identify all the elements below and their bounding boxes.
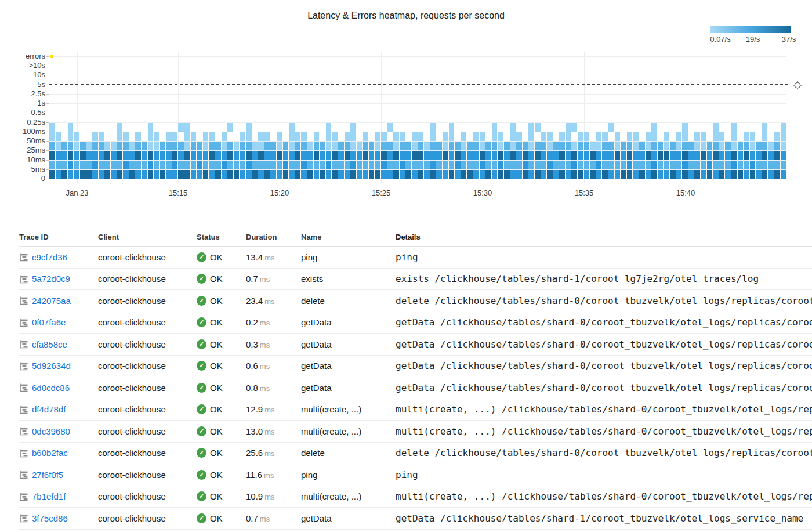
- heatmap-cell[interactable]: [670, 151, 676, 160]
- heatmap-cell[interactable]: [639, 142, 645, 150]
- heatmap-cell[interactable]: [443, 161, 448, 169]
- heatmap-cell[interactable]: [166, 161, 172, 169]
- heatmap-cell[interactable]: [510, 170, 516, 179]
- heatmap-cell[interactable]: [222, 132, 227, 141]
- heatmap-cell[interactable]: [289, 161, 295, 169]
- heatmap-cell[interactable]: [129, 170, 135, 179]
- heatmap-cell[interactable]: [283, 142, 289, 150]
- heatmap-cell[interactable]: [455, 151, 461, 160]
- heatmap-cell[interactable]: [578, 161, 583, 169]
- heatmap-cell[interactable]: [731, 161, 737, 169]
- heatmap-cell[interactable]: [240, 151, 245, 160]
- heatmap-cell[interactable]: [541, 161, 547, 169]
- heatmap-cell[interactable]: [172, 142, 178, 150]
- heatmap-cell[interactable]: [301, 132, 307, 141]
- heatmap-cell[interactable]: [670, 142, 676, 150]
- heatmap-cell[interactable]: [731, 151, 737, 160]
- heatmap-cell[interactable]: [86, 161, 92, 169]
- heatmap-cell[interactable]: [627, 132, 633, 141]
- heatmap-cell[interactable]: [694, 170, 700, 179]
- heatmap-cell[interactable]: [104, 170, 110, 179]
- threshold-target-icon[interactable]: [793, 81, 802, 90]
- heatmap-cell[interactable]: [405, 170, 411, 179]
- heatmap-cell[interactable]: [633, 170, 639, 179]
- heatmap-cell[interactable]: [381, 142, 387, 150]
- heatmap-cell[interactable]: [485, 151, 491, 160]
- heatmap-cell[interactable]: [283, 170, 289, 179]
- heatmap-cell[interactable]: [578, 151, 583, 160]
- heatmap-cell[interactable]: [418, 151, 424, 160]
- heatmap-cell[interactable]: [246, 151, 252, 160]
- heatmap-cell[interactable]: [129, 161, 135, 169]
- heatmap-cell[interactable]: [234, 161, 240, 169]
- heatmap-cell[interactable]: [178, 151, 184, 160]
- heatmap-cell[interactable]: [252, 142, 258, 150]
- heatmap-cell[interactable]: [203, 151, 209, 160]
- heatmap-cell[interactable]: [264, 132, 270, 141]
- heatmap-cell[interactable]: [492, 142, 498, 150]
- heatmap-cell[interactable]: [320, 151, 325, 160]
- heatmap-cell[interactable]: [56, 161, 61, 169]
- heatmap-cell[interactable]: [357, 161, 362, 169]
- heatmap-cell[interactable]: [160, 161, 166, 169]
- heatmap-cell[interactable]: [504, 170, 510, 179]
- heatmap-cell[interactable]: [387, 170, 393, 179]
- heatmap-cell[interactable]: [387, 151, 393, 160]
- heatmap-cell[interactable]: [375, 161, 380, 169]
- heatmap-cell[interactable]: [49, 151, 55, 160]
- heatmap-cell[interactable]: [694, 142, 700, 150]
- heatmap-cell[interactable]: [473, 170, 479, 179]
- heatmap-cell[interactable]: [627, 151, 633, 160]
- heatmap-cell[interactable]: [295, 132, 301, 141]
- heatmap-cell[interactable]: [178, 123, 184, 132]
- heatmap-cell[interactable]: [203, 170, 209, 179]
- heatmap-cell[interactable]: [142, 161, 147, 169]
- heatmap-cell[interactable]: [602, 161, 608, 169]
- heatmap-cell[interactable]: [99, 132, 104, 141]
- heatmap-cell[interactable]: [209, 132, 215, 141]
- heatmap-cell[interactable]: [92, 142, 98, 150]
- heatmap-cell[interactable]: [627, 161, 633, 169]
- heatmap-cell[interactable]: [738, 142, 744, 150]
- heatmap-cell[interactable]: [578, 142, 583, 150]
- heatmap-cell[interactable]: [602, 151, 608, 160]
- heatmap-cell[interactable]: [682, 132, 688, 141]
- heatmap-cell[interactable]: [455, 170, 461, 179]
- heatmap-cell[interactable]: [498, 161, 503, 169]
- heatmap-cell[interactable]: [713, 170, 719, 179]
- heatmap-cell[interactable]: [639, 170, 645, 179]
- heatmap-cell[interactable]: [461, 132, 467, 141]
- heatmap-cell[interactable]: [480, 132, 485, 141]
- heatmap-cell[interactable]: [111, 142, 117, 150]
- heatmap-cell[interactable]: [504, 151, 510, 160]
- heatmap-cell[interactable]: [566, 142, 571, 150]
- heatmap-cell[interactable]: [61, 161, 67, 169]
- heatmap-cell[interactable]: [86, 170, 92, 179]
- heatmap-cell[interactable]: [166, 142, 172, 150]
- heatmap-cell[interactable]: [209, 161, 215, 169]
- heatmap-cell[interactable]: [768, 170, 774, 179]
- heatmap-cell[interactable]: [596, 142, 602, 150]
- heatmap-cell[interactable]: [651, 123, 657, 132]
- heatmap-cell[interactable]: [781, 170, 786, 179]
- heatmap-cell[interactable]: [104, 161, 110, 169]
- heatmap-cell[interactable]: [117, 123, 123, 132]
- heatmap-cell[interactable]: [412, 161, 418, 169]
- heatmap-cell[interactable]: [646, 142, 651, 150]
- heatmap-cell[interactable]: [357, 170, 362, 179]
- heatmap-cell[interactable]: [449, 142, 455, 150]
- heatmap-cell[interactable]: [301, 161, 307, 169]
- heatmap-cell[interactable]: [646, 151, 651, 160]
- heatmap-cell[interactable]: [92, 161, 98, 169]
- heatmap-cell[interactable]: [350, 161, 356, 169]
- heatmap-cell[interactable]: [357, 142, 362, 150]
- heatmap-cell[interactable]: [553, 142, 559, 150]
- heatmap-cell[interactable]: [602, 142, 608, 150]
- heatmap-cell[interactable]: [694, 151, 700, 160]
- heatmap-cell[interactable]: [277, 132, 282, 141]
- heatmap-cell[interactable]: [123, 142, 129, 150]
- heatmap-cell[interactable]: [676, 142, 682, 150]
- heatmap-cell[interactable]: [615, 142, 621, 150]
- heatmap-cell[interactable]: [400, 142, 405, 150]
- table-row[interactable]: 242075aa coroot-clickhouse ✓ OK 23.4ms d…: [19, 290, 812, 312]
